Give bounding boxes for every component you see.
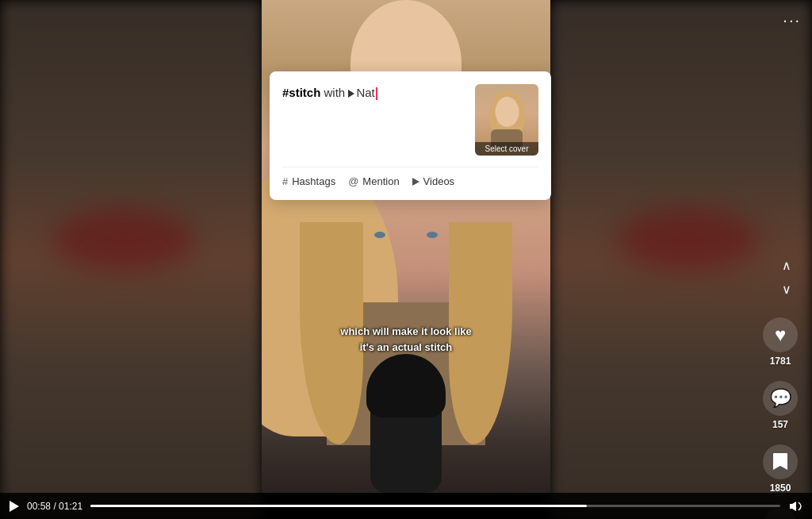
videos-button[interactable]: Videos (412, 175, 455, 187)
mention-button[interactable]: @ Mention (348, 175, 399, 187)
nav-up-button[interactable]: ∧ (776, 254, 798, 276)
right-actions: ♥ 1781 💬 157 1850 (763, 317, 798, 519)
chevron-down-icon: ∨ (782, 282, 791, 297)
save-count: 1850 (770, 482, 791, 494)
hashtag-button[interactable]: # Hashtags (282, 175, 335, 187)
thumb-face-oval (495, 97, 519, 127)
text-input-card: #stitch with Nat Select cover (270, 71, 551, 200)
thumb-face (489, 90, 525, 134)
background-left (0, 0, 262, 519)
like-icon-circle: ♥ (763, 317, 798, 352)
person-eye-left (374, 232, 385, 238)
cover-thumbnail[interactable]: Select cover (475, 84, 538, 156)
videos-label: Videos (423, 175, 455, 187)
nav-down-button[interactable]: ∨ (776, 278, 798, 300)
time-display: 00:58 / 01:21 (27, 501, 82, 512)
bookmark-icon (772, 452, 789, 472)
video-caption: which will make it look like it's an act… (334, 321, 477, 358)
microphone (370, 366, 442, 493)
mention-label: Mention (362, 175, 399, 187)
middle-text: with (320, 86, 348, 99)
bottom-bar: 00:58 / 01:21 (0, 493, 812, 519)
at-icon: @ (348, 175, 358, 187)
time-current: 00:58 (27, 501, 51, 512)
play-pause-button[interactable] (10, 501, 19, 512)
like-button[interactable]: ♥ 1781 (763, 317, 798, 367)
video-container: which will make it look like it's an act… (0, 0, 812, 519)
text-input-content[interactable]: #stitch with Nat (282, 84, 465, 148)
more-options-icon: ··· (783, 11, 801, 29)
comment-count: 157 (772, 419, 788, 430)
heart-icon: ♥ (775, 324, 786, 346)
play-icon-span (348, 86, 356, 99)
caption-line2: it's an actual stitch (340, 340, 471, 356)
person-eye-right (427, 232, 438, 238)
comment-icon-circle: 💬 (763, 381, 798, 416)
comment-icon: 💬 (770, 388, 791, 409)
time-total: 01:21 (59, 501, 82, 512)
volume-icon (788, 501, 802, 512)
nav-arrows: ∧ ∨ (776, 254, 798, 300)
save-icon-circle (763, 444, 798, 479)
hashtag-icon: # (282, 175, 288, 187)
hashtag-text: #stitch (282, 86, 320, 99)
play-icon (10, 501, 19, 512)
hashtag-label: Hashtags (292, 175, 335, 187)
text-card-toolbar: # Hashtags @ Mention Videos (282, 167, 538, 187)
text-input-area[interactable]: #stitch with Nat (282, 84, 475, 148)
progress-fill (90, 505, 587, 507)
text-cursor (376, 87, 377, 100)
username-text: Nat (356, 86, 374, 99)
comment-button[interactable]: 💬 157 (763, 381, 798, 430)
save-button[interactable]: 1850 (763, 444, 798, 494)
video-icon (412, 178, 419, 186)
progress-bar[interactable] (90, 505, 780, 507)
like-count: 1781 (770, 356, 791, 367)
more-options-button[interactable]: ··· (783, 11, 801, 29)
volume-button[interactable] (788, 501, 802, 512)
caption-line1: which will make it look like (340, 324, 471, 340)
chevron-up-icon: ∧ (782, 258, 791, 273)
cover-label[interactable]: Select cover (475, 142, 538, 156)
